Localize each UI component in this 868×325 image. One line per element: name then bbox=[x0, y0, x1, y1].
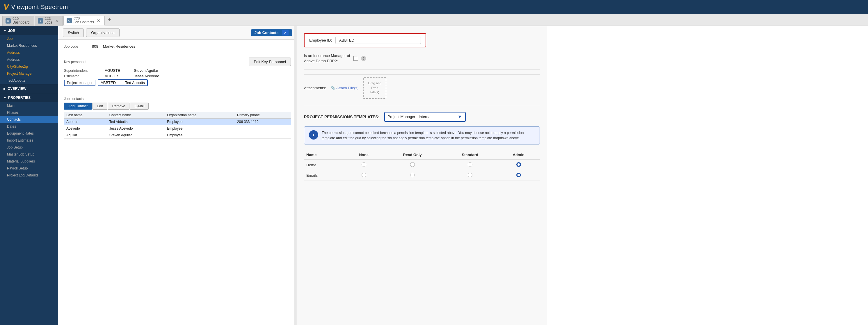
sidebar-item-market-residences[interactable]: Market Residences bbox=[0, 42, 58, 49]
permissions-template-arrow: ▼ bbox=[458, 114, 462, 120]
radio-home-admin[interactable] bbox=[516, 162, 521, 167]
sidebar-item-payroll-setup[interactable]: Payroll Setup bbox=[0, 165, 58, 172]
drag-drop-box[interactable]: Drag and Drop File(s) bbox=[363, 77, 386, 99]
perm-col-name: Name bbox=[304, 150, 346, 160]
perm-col-standard: Standard bbox=[443, 150, 497, 160]
kp-id-name-project-manager: ABBTED Ted Abbotts bbox=[98, 79, 148, 86]
organizations-button[interactable]: Organizations bbox=[86, 29, 119, 37]
perm-cell-home-none[interactable] bbox=[346, 160, 382, 170]
sidebar-item-phases[interactable]: Phases bbox=[0, 109, 58, 116]
permissions-template-select[interactable]: Project Manager - Internal ▼ bbox=[384, 112, 466, 122]
kp-id-superintendent: AGUSTE bbox=[105, 68, 134, 73]
perm-cell-home-read-only[interactable] bbox=[382, 160, 443, 170]
kp-name-estimator: Jesse Acevedo bbox=[134, 74, 180, 78]
scroll-indicator[interactable] bbox=[294, 26, 297, 325]
kp-row-estimator: Estimator ACEJES Jesse Acevedo bbox=[64, 74, 291, 78]
add-tab-button[interactable]: + bbox=[105, 17, 114, 23]
table-row[interactable]: Abbotts Ted Abbotts Employee 206 333-111… bbox=[64, 119, 291, 125]
sidebar-item-dates[interactable]: Dates bbox=[0, 123, 58, 130]
perm-row-home: Home bbox=[304, 160, 540, 170]
radio-emails-admin[interactable] bbox=[516, 173, 521, 177]
add-contact-button[interactable]: Add Contact bbox=[64, 103, 92, 109]
perm-row-emails: Emails bbox=[304, 170, 540, 181]
sidebar-section-overview[interactable]: ▶ OVERVIEW bbox=[0, 84, 58, 93]
kp-name-superintendent: Steven Aguilar bbox=[134, 68, 180, 73]
radio-emails-none[interactable] bbox=[362, 173, 366, 177]
col-contact-name: Contact name bbox=[107, 112, 165, 119]
col-org-name: Organization name bbox=[165, 112, 235, 119]
sidebar-section-properties[interactable]: ▼ PROPERTIES bbox=[0, 93, 58, 102]
employee-id-label: Employee ID: bbox=[309, 38, 332, 42]
sidebar-item-import-estimates[interactable]: Import Estimates bbox=[0, 137, 58, 144]
content-pane: Switch Organizations Job Contacts ✓ Job … bbox=[58, 26, 297, 325]
cell-org-name: Employee bbox=[165, 125, 235, 132]
radio-home-standard[interactable] bbox=[468, 162, 472, 167]
radio-home-none[interactable] bbox=[362, 162, 366, 167]
job-contacts-section: Job contacts Add Contact Edit Remove E-M… bbox=[58, 96, 297, 140]
kp-role-superintendent: Superintendent bbox=[64, 69, 105, 73]
sidebar: ▼ JOB Job Market Residences Address Addr… bbox=[0, 26, 58, 325]
perm-cell-emails-read-only[interactable] bbox=[382, 170, 443, 181]
kp-row-project-manager: Project manager ABBTED Ted Abbotts bbox=[64, 79, 291, 86]
logo-v-letter: V bbox=[3, 2, 9, 12]
switch-button[interactable]: Switch bbox=[63, 29, 84, 37]
sidebar-item-contacts[interactable]: Contacts bbox=[0, 116, 58, 123]
sidebar-item-master-job-setup[interactable]: Master Job Setup bbox=[0, 151, 58, 158]
info-box: i The permission grid cannot be edited b… bbox=[304, 126, 540, 144]
sidebar-item-main[interactable]: Main bbox=[0, 102, 58, 109]
badge-label: Job Contacts bbox=[254, 31, 278, 35]
radio-emails-read-only[interactable] bbox=[410, 173, 415, 177]
insurance-help-icon[interactable]: ? bbox=[361, 56, 366, 61]
job-contacts-label: Job contacts bbox=[64, 97, 291, 101]
kp-row-superintendent: Superintendent AGUSTE Steven Aguilar bbox=[64, 68, 291, 73]
sidebar-section-job[interactable]: ▼ JOB bbox=[0, 26, 58, 35]
tab-icon-job-contacts: C bbox=[67, 18, 72, 23]
sidebar-item-material-suppliers[interactable]: Material Suppliers bbox=[0, 158, 58, 165]
app-logo: V Viewpoint Spectrum. bbox=[3, 2, 70, 12]
employee-id-field[interactable]: ABBTED bbox=[335, 37, 421, 44]
attachments-label: Attachments: bbox=[304, 86, 326, 90]
sidebar-item-project-log-defaults[interactable]: Project Log Defaults bbox=[0, 172, 58, 179]
sidebar-item-address1[interactable]: Address bbox=[0, 49, 58, 56]
remove-contact-button[interactable]: Remove bbox=[108, 103, 130, 109]
sidebar-item-project-manager[interactable]: Project Manager bbox=[0, 70, 58, 77]
tab-close-jobs[interactable]: ✕ bbox=[55, 19, 59, 23]
sidebar-item-job[interactable]: Job bbox=[0, 35, 58, 42]
radio-home-read-only[interactable] bbox=[410, 162, 415, 167]
perm-cell-home-standard[interactable] bbox=[443, 160, 497, 170]
edit-key-personnel-button[interactable]: Edit Key Personnel bbox=[249, 58, 291, 66]
tab-close-job-contacts[interactable]: ✕ bbox=[97, 18, 100, 23]
perm-cell-emails-name: Emails bbox=[304, 170, 346, 181]
sidebar-item-ted-abbotts[interactable]: Ted Abbotts bbox=[0, 77, 58, 84]
permissions-section: PROJECT PERMISSIONS TEMPLATES: Project M… bbox=[304, 112, 540, 181]
edit-contact-button[interactable]: Edit bbox=[93, 103, 107, 109]
perm-cell-emails-admin[interactable] bbox=[497, 170, 540, 181]
tab-ccd-jobs[interactable]: J CCD Jobs ✕ bbox=[35, 16, 63, 26]
sidebar-item-address2[interactable]: Address bbox=[0, 56, 58, 63]
tab-ccd-job-contacts[interactable]: C CCD Job Contacts ✕ bbox=[63, 16, 105, 26]
table-row[interactable]: Aguilar Steven Aguilar Employee bbox=[64, 132, 291, 139]
insurance-row: Is an Insurance Manager of Agave Demo ER… bbox=[304, 53, 540, 64]
radio-emails-standard[interactable] bbox=[468, 173, 472, 177]
tab-ccd-dashboard[interactable]: D CCD Dashboard bbox=[2, 16, 34, 26]
sidebar-item-job-setup[interactable]: Job Setup bbox=[0, 144, 58, 151]
form-section: Job code 808 Market Residences bbox=[58, 39, 297, 55]
perm-col-read-only: Read Only bbox=[382, 150, 443, 160]
logo-text: Viewpoint Spectrum. bbox=[11, 4, 70, 10]
perm-cell-emails-standard[interactable] bbox=[443, 170, 497, 181]
attach-files-button[interactable]: 📎 Attach File(s) bbox=[331, 86, 359, 90]
cell-last-name: Aguilar bbox=[64, 132, 107, 139]
sidebar-item-city-state-zip[interactable]: City/State/Zip bbox=[0, 63, 58, 70]
insurance-checkbox[interactable] bbox=[353, 56, 358, 61]
action-bar: Switch Organizations Job Contacts ✓ bbox=[58, 26, 297, 39]
email-contact-button[interactable]: E-Mail bbox=[130, 103, 149, 109]
table-row[interactable]: Acevedo Jesse Acevedo Employee bbox=[64, 125, 291, 132]
attachments-divider bbox=[304, 69, 540, 70]
permissions-divider bbox=[304, 106, 540, 106]
col-primary-phone: Primary phone bbox=[235, 112, 291, 119]
perm-cell-emails-none[interactable] bbox=[346, 170, 382, 181]
perm-cell-home-admin[interactable] bbox=[497, 160, 540, 170]
key-personnel-section: Key personnel Edit Key Personnel Superin… bbox=[58, 55, 297, 91]
job-section-arrow: ▼ bbox=[3, 29, 6, 33]
sidebar-item-equipment-rates[interactable]: Equipment Rates bbox=[0, 130, 58, 137]
